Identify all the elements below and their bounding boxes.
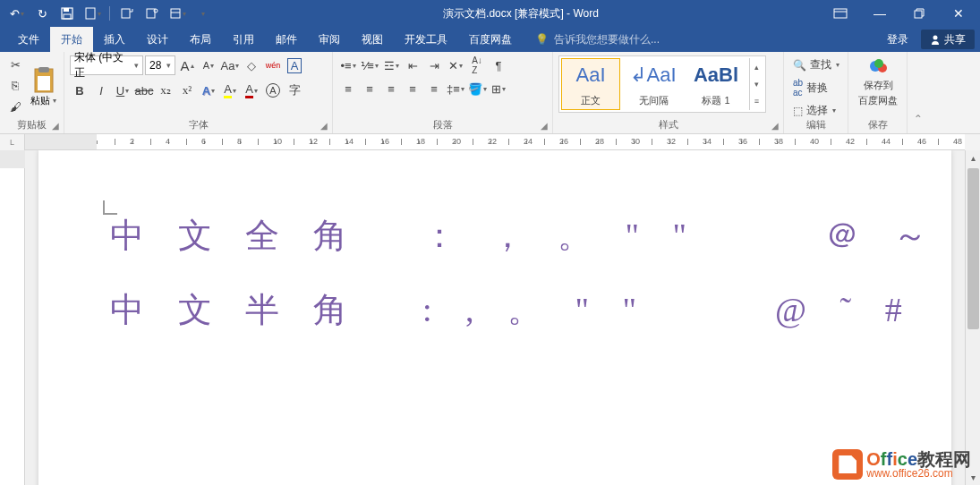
close-button[interactable]: ✕ [941,0,976,27]
group-clipboard: ✂ ⎘ 🖌 粘贴▾ 剪贴板 ◢ [0,52,64,133]
borders-button[interactable]: ⊞▾ [489,79,508,98]
grow-font-button[interactable]: A▴ [177,55,197,75]
tab-layout[interactable]: 布局 [179,27,222,52]
replace-button[interactable]: abac 替换 [789,76,842,99]
highlight-button[interactable]: A▾ [220,81,240,100]
align-center-icon: ≡ [366,82,373,96]
gallery-up-button[interactable]: ▴ [750,58,763,75]
superscript-button[interactable]: x² [177,81,197,100]
tab-mailings[interactable]: 邮件 [265,27,308,52]
strikethrough-button[interactable]: abc [134,81,154,100]
show-marks-button[interactable]: ¶ [489,55,508,75]
bullets-button[interactable]: •≡▾ [338,55,358,75]
ruler-corner[interactable]: L [0,134,25,150]
multilevel-icon: ☲ [384,59,395,72]
collapse-ribbon-button[interactable]: ˆ [908,52,929,133]
align-center-button[interactable]: ≡ [360,79,379,98]
sort-button[interactable]: A↓Z [467,55,487,75]
tab-view[interactable]: 视图 [351,27,394,52]
qat-customize-button[interactable]: ▾ [191,2,214,25]
gallery-down-button[interactable]: ▾ [750,75,763,92]
tab-review[interactable]: 审阅 [308,27,351,52]
style-normal[interactable]: AaI 正文 [561,58,620,110]
justify-button[interactable]: ≡ [403,79,422,98]
scroll-up-button[interactable]: ▴ [966,150,980,166]
dialog-launcher[interactable]: ◢ [538,119,550,132]
save-button[interactable] [55,2,79,25]
font-color-button[interactable]: A▾ [242,81,261,100]
horizontal-ruler[interactable]: 2468101214161820222426283032343638404244… [25,134,965,150]
font-size-combo[interactable]: 28▾ [145,55,175,75]
qat-button-3[interactable]: ▾ [166,2,189,25]
line-spacing-button[interactable]: ‡≡▾ [446,79,465,98]
multilevel-button[interactable]: ☲▾ [381,55,401,75]
undo-button[interactable]: ↶▾ [5,2,29,25]
scroll-thumb[interactable] [967,168,979,329]
select-button[interactable]: ⬚ 选择 ▾ [789,101,842,120]
ribbon-display-button[interactable] [822,0,858,27]
vertical-scrollbar[interactable]: ▴ ▾ [965,150,980,485]
style-preview: AaBl [694,61,738,89]
svg-rect-14 [38,67,49,72]
format-painter-button[interactable]: 🖌 [5,98,25,116]
tab-design[interactable]: 设计 [136,27,179,52]
share-button[interactable]: 共享 [921,30,975,49]
style-nospacing[interactable]: ↲AaI 无间隔 [624,58,683,110]
document-line-2[interactable]: 中 文 半 角 : , 。 " " @ ˜ # 1 2 3 [110,287,880,333]
page-container: 中 文 全 角 ： ， 。 " " ＠ ～ ＃ １ ２ ３ 中 文 半 角 : … [25,150,965,485]
qat-button-2[interactable] [141,2,164,25]
numbering-button[interactable]: ⅟≡▾ [360,55,379,75]
char-border-button[interactable]: A [285,55,304,75]
bold-button[interactable]: B [70,81,89,100]
svg-rect-3 [86,8,95,19]
vertical-ruler[interactable] [0,150,25,485]
shading-button[interactable]: 🪣▾ [467,79,487,98]
tab-references[interactable]: 引用 [222,27,265,52]
style-heading1[interactable]: AaBl 标题 1 [686,58,746,110]
copy-button[interactable]: ⎘ [5,76,25,95]
clear-format-button[interactable]: ◇ [242,55,261,75]
decrease-indent-button[interactable]: ⇤ [403,55,422,75]
text-effects-button[interactable]: A▾ [199,81,218,100]
login-button[interactable]: 登录 [878,27,917,52]
cut-button[interactable]: ✂ [5,55,25,74]
redo-button[interactable]: ↻ [30,2,54,25]
tab-insert[interactable]: 插入 [93,27,136,52]
pinyin-button[interactable]: wén [263,55,283,75]
align-left-button[interactable]: ≡ [338,79,358,98]
minimize-button[interactable]: — [862,0,898,27]
document-page[interactable]: 中 文 全 角 ： ， 。 " " ＠ ～ ＃ １ ２ ３ 中 文 半 角 : … [38,150,951,485]
indent-icon: ⇥ [430,59,439,72]
find-button[interactable]: 🔍 查找 ▾ [789,55,842,74]
save-to-cloud-button[interactable]: 保存到 百度网盘 [854,55,902,107]
paste-button[interactable]: 粘贴▾ [29,55,58,116]
asian-layout-button[interactable]: ✕▾ [446,55,465,75]
circled-char-button[interactable]: A [263,81,283,100]
dropdown-icon: ▾ [201,10,205,18]
align-right-button[interactable]: ≡ [381,79,401,98]
tab-baidu[interactable]: 百度网盘 [458,27,523,52]
restore-button[interactable] [901,0,937,27]
gallery-more-button[interactable]: ≡ [750,93,763,110]
increase-indent-button[interactable]: ⇥ [424,55,444,75]
new-button[interactable]: ▾ [81,2,104,25]
dialog-launcher[interactable]: ◢ [49,119,62,132]
italic-button[interactable]: I [91,81,111,100]
tell-me-search[interactable]: 💡 告诉我您想要做什么... [523,32,878,47]
char-fit-button[interactable]: 字 [285,81,304,100]
document-line-1[interactable]: 中 文 全 角 ： ， 。 " " ＠ ～ ＃ １ ２ ３ [110,213,880,259]
shrink-font-button[interactable]: A▾ [199,55,218,75]
change-case-button[interactable]: Aa▾ [220,55,240,75]
distribute-button[interactable]: ≡ [424,79,444,98]
ribbon-tabs: 文件 开始 插入 设计 布局 引用 邮件 审阅 视图 开发工具 百度网盘 💡 告… [0,27,980,52]
subscript-button[interactable]: x₂ [156,81,175,100]
dialog-launcher[interactable]: ◢ [318,119,330,132]
qat-button-1[interactable] [115,2,139,25]
tab-file[interactable]: 文件 [7,27,50,52]
svg-rect-1 [64,8,69,12]
dialog-launcher[interactable]: ◢ [769,119,781,132]
font-name-combo[interactable]: 宋体 (中文正▾ [70,55,143,75]
tab-home[interactable]: 开始 [50,27,93,52]
underline-button[interactable]: U▾ [113,81,132,100]
tab-developer[interactable]: 开发工具 [394,27,458,52]
